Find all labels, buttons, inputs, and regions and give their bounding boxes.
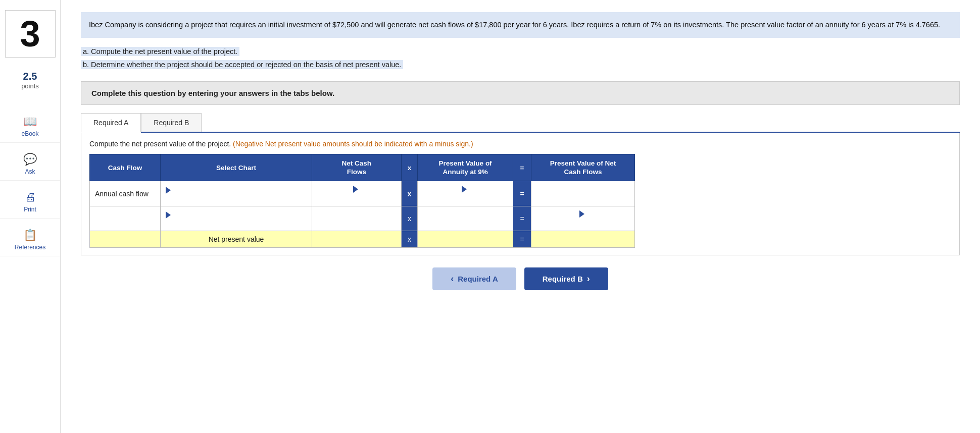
blue-triangle-4 xyxy=(166,211,171,219)
th-equals: = xyxy=(513,154,531,181)
table-row-3: Net present value x = xyxy=(90,231,635,247)
tab-required-a[interactable]: Required A xyxy=(81,113,141,133)
th-pv-annuity: Present Value of Annuity at 9% xyxy=(418,154,513,181)
row3-x: x xyxy=(401,231,418,247)
th-net-cash-flows: Net Cash Flows xyxy=(312,154,402,181)
sub-a-text: a. Compute the net present value of the … xyxy=(81,47,239,56)
row3-pv-net-cash-input[interactable] xyxy=(536,234,629,244)
sub-question-b: b. Determine whether the project should … xyxy=(81,58,960,71)
orange-note: (Negative Net present value amounts shou… xyxy=(233,140,473,148)
row1-pv-annuity[interactable] xyxy=(418,181,513,206)
sub-questions: a. Compute the net present value of the … xyxy=(81,45,960,71)
row3-net-present-value-label: Net present value xyxy=(161,231,312,247)
row3-pv-annuity xyxy=(418,231,513,247)
row1-net-cash-flows[interactable] xyxy=(312,181,402,206)
row3-pv-net-cash[interactable] xyxy=(531,231,635,247)
instruction-box: Complete this question by entering your … xyxy=(81,81,960,105)
row1-select-chart[interactable] xyxy=(161,181,312,206)
table-row-1: Annual cash flow x xyxy=(90,181,635,206)
row1-pv-annuity-input[interactable] xyxy=(423,193,508,203)
blue-triangle-1 xyxy=(166,187,171,194)
tabs-container: Required A Required B xyxy=(81,113,960,133)
references-icon: 📋 xyxy=(23,229,37,242)
row1-equals: = xyxy=(513,181,531,206)
sub-b-text: b. Determine whether the project should … xyxy=(81,60,403,69)
row1-pv-net-cash-input[interactable] xyxy=(536,189,629,199)
row1-ncf-input[interactable] xyxy=(317,193,396,203)
sidebar: 3 2.5 points 📖 eBook 💬 Ask 🖨 Print 📋 Ref… xyxy=(0,0,61,433)
next-button[interactable]: Required B xyxy=(524,267,608,290)
sidebar-item-references[interactable]: 📋 References xyxy=(0,224,60,256)
row2-select-chart[interactable] xyxy=(161,206,312,231)
instruction-text: Complete this question by entering your … xyxy=(91,89,334,97)
sidebar-item-ask[interactable]: 💬 Ask xyxy=(0,148,60,181)
row3-label xyxy=(90,231,161,247)
compute-instruction: Compute the net present value of the pro… xyxy=(89,140,951,148)
bottom-nav: Required A Required B xyxy=(81,267,960,290)
row1-label: Annual cash flow xyxy=(90,181,161,206)
points-value: 2.5 xyxy=(21,71,39,82)
row2-net-cash-flows[interactable] xyxy=(312,206,402,231)
prev-button[interactable]: Required A xyxy=(432,267,516,290)
row2-pv-annuity[interactable] xyxy=(418,206,513,231)
ebook-icon: 📖 xyxy=(23,115,37,128)
points-label: points xyxy=(21,82,39,90)
row2-pv-annuity-input[interactable] xyxy=(423,213,508,224)
row2-x: x xyxy=(401,206,418,231)
sidebar-item-print[interactable]: 🖨 Print xyxy=(0,186,60,219)
sidebar-label-ebook: eBook xyxy=(21,130,38,137)
ask-icon: 💬 xyxy=(23,153,37,166)
th-cash-flow: Cash Flow xyxy=(90,154,161,181)
blue-triangle-3 xyxy=(462,186,467,193)
sub-question-a: a. Compute the net present value of the … xyxy=(81,45,960,58)
sidebar-label-print: Print xyxy=(24,206,36,213)
points-section: 2.5 points xyxy=(21,71,39,90)
row2-ncf-input[interactable] xyxy=(317,213,396,224)
tab-required-b[interactable]: Required B xyxy=(141,113,202,132)
sidebar-label-references: References xyxy=(15,244,45,251)
blue-triangle-5 xyxy=(579,210,584,218)
row2-select-input[interactable] xyxy=(166,219,307,227)
tabs: Required A Required B xyxy=(81,113,960,132)
arrow-left-icon xyxy=(451,274,454,284)
row2-label xyxy=(90,206,161,231)
row1-select-input[interactable] xyxy=(166,194,307,202)
problem-text: Ibez Company is considering a project th… xyxy=(81,12,960,38)
row2-pv-net-cash-input[interactable] xyxy=(536,218,629,228)
tab-content-required-a: Compute the net present value of the pro… xyxy=(81,133,960,255)
sidebar-label-ask: Ask xyxy=(25,168,35,175)
row3-net-cash-flows xyxy=(312,231,402,247)
row1-pv-net-cash[interactable] xyxy=(531,181,635,206)
th-x: x xyxy=(401,154,418,181)
table-row-2: x = xyxy=(90,206,635,231)
row3-equals: = xyxy=(513,231,531,247)
blue-triangle-2 xyxy=(353,186,358,193)
arrow-right-icon xyxy=(587,274,590,284)
row2-equals: = xyxy=(513,206,531,231)
print-icon: 🖨 xyxy=(25,191,36,204)
row2-pv-net-cash[interactable] xyxy=(531,206,635,231)
sidebar-item-ebook[interactable]: 📖 eBook xyxy=(0,110,60,143)
question-number: 3 xyxy=(5,10,56,58)
row1-x: x xyxy=(401,181,418,206)
th-select-chart: Select Chart xyxy=(161,154,312,181)
main-content: Ibez Company is considering a project th… xyxy=(61,0,980,433)
npv-table: Cash Flow Select Chart Net Cash Flows xyxy=(89,154,635,248)
th-pv-net-cash-flows: Present Value of Net Cash Flows xyxy=(531,154,635,181)
sidebar-nav: 📖 eBook 💬 Ask 🖨 Print 📋 References xyxy=(0,110,60,256)
